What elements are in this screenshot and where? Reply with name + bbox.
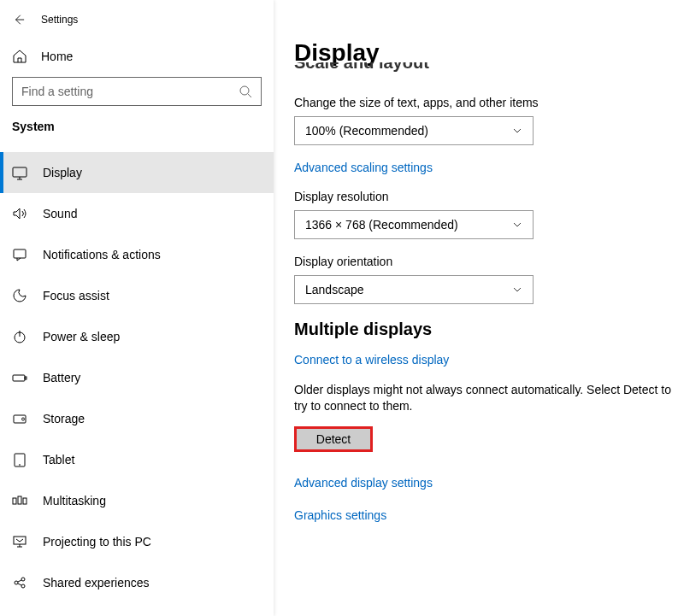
projecting-icon — [12, 534, 27, 549]
search-input[interactable] — [21, 85, 239, 98]
sidebar-item-label: Tablet — [43, 453, 74, 466]
advanced-display-link[interactable]: Advanced display settings — [294, 476, 433, 490]
sidebar-item-label: Multitasking — [43, 494, 106, 507]
svg-rect-6 — [14, 415, 26, 423]
sidebar-item-projecting[interactable]: Projecting to this PC — [0, 521, 274, 562]
graphics-settings-link[interactable]: Graphics settings — [294, 508, 386, 522]
power-icon — [12, 329, 27, 344]
sidebar-item-label: Battery — [43, 371, 80, 384]
older-displays-text: Older displays might not always connect … — [294, 382, 675, 414]
sidebar-panel: Settings Home System Display — [0, 0, 274, 616]
home-icon — [12, 49, 27, 64]
sidebar-item-label: Display — [43, 166, 82, 179]
tablet-icon — [12, 452, 27, 467]
svg-point-7 — [22, 418, 25, 420]
search-icon — [239, 85, 252, 98]
sidebar-item-storage[interactable]: Storage — [0, 398, 274, 439]
svg-rect-2 — [14, 249, 26, 258]
sidebar-item-label: Storage — [43, 412, 85, 425]
resolution-dropdown[interactable]: 1366 × 768 (Recommended) — [294, 210, 534, 239]
svg-point-13 — [15, 581, 18, 584]
multiple-displays-heading: Multiple displays — [294, 320, 678, 339]
text-size-value: 100% (Recommended) — [305, 124, 428, 138]
search-box[interactable] — [12, 77, 262, 106]
chevron-down-icon — [512, 126, 522, 136]
chevron-down-icon — [512, 220, 522, 230]
sidebar-item-label: Notifications & actions — [43, 248, 161, 261]
svg-rect-10 — [18, 496, 21, 504]
focus-assist-icon — [12, 288, 27, 303]
category-label: System — [0, 116, 274, 133]
home-label: Home — [41, 50, 73, 63]
sidebar-item-focus-assist[interactable]: Focus assist — [0, 275, 274, 316]
battery-icon — [12, 370, 27, 385]
sidebar-item-notifications[interactable]: Notifications & actions — [0, 234, 274, 275]
sidebar-item-multitasking[interactable]: Multitasking — [0, 480, 274, 521]
sidebar-item-battery[interactable]: Battery — [0, 357, 274, 398]
advanced-scaling-link[interactable]: Advanced scaling settings — [294, 161, 433, 174]
nav-list: Display Sound Notifications & actions Fo… — [0, 152, 274, 603]
sidebar-item-label: Focus assist — [43, 289, 109, 302]
orientation-value: Landscape — [305, 283, 364, 296]
chevron-down-icon — [512, 285, 522, 295]
multitasking-icon — [12, 493, 27, 508]
connect-wireless-link[interactable]: Connect to a wireless display — [294, 353, 449, 367]
text-size-label: Change the size of text, apps, and other… — [294, 96, 678, 109]
sidebar-item-label: Sound — [43, 207, 77, 220]
sound-icon — [12, 206, 27, 221]
notifications-icon — [12, 247, 27, 262]
svg-rect-5 — [25, 377, 27, 379]
sidebar-item-sound[interactable]: Sound — [0, 193, 274, 234]
detect-button[interactable]: Detect — [294, 426, 373, 452]
svg-point-15 — [21, 584, 25, 588]
app-title: Settings — [41, 14, 78, 26]
resolution-value: 1366 × 768 (Recommended) — [305, 218, 458, 232]
sidebar-item-label: Shared experiences — [43, 576, 150, 590]
display-icon — [12, 165, 27, 180]
svg-point-14 — [21, 578, 25, 581]
orientation-dropdown[interactable]: Landscape — [294, 275, 534, 304]
svg-point-0 — [240, 86, 249, 95]
svg-rect-9 — [13, 498, 16, 504]
svg-rect-11 — [23, 498, 27, 504]
sidebar-item-label: Power & sleep — [43, 330, 120, 343]
orientation-label: Display orientation — [294, 255, 678, 268]
svg-rect-12 — [14, 537, 26, 544]
svg-rect-4 — [13, 375, 25, 381]
storage-icon — [12, 411, 27, 426]
text-size-dropdown[interactable]: 100% (Recommended) — [294, 116, 534, 145]
svg-rect-1 — [13, 167, 27, 177]
sidebar-item-tablet[interactable]: Tablet — [0, 439, 274, 480]
sidebar-item-label: Projecting to this PC — [43, 535, 151, 549]
resolution-label: Display resolution — [294, 190, 678, 203]
sidebar-item-display[interactable]: Display — [0, 152, 274, 193]
header-row: Settings — [0, 0, 274, 39]
main-panel: Display Scale and layout Change the size… — [274, 0, 678, 616]
sidebar-item-shared[interactable]: Shared experiences — [0, 562, 274, 603]
scale-heading-truncated: Scale and layout — [294, 62, 678, 74]
home-nav[interactable]: Home — [0, 39, 274, 73]
back-icon[interactable] — [12, 13, 26, 26]
shared-icon — [12, 575, 27, 590]
sidebar-item-power[interactable]: Power & sleep — [0, 316, 274, 357]
